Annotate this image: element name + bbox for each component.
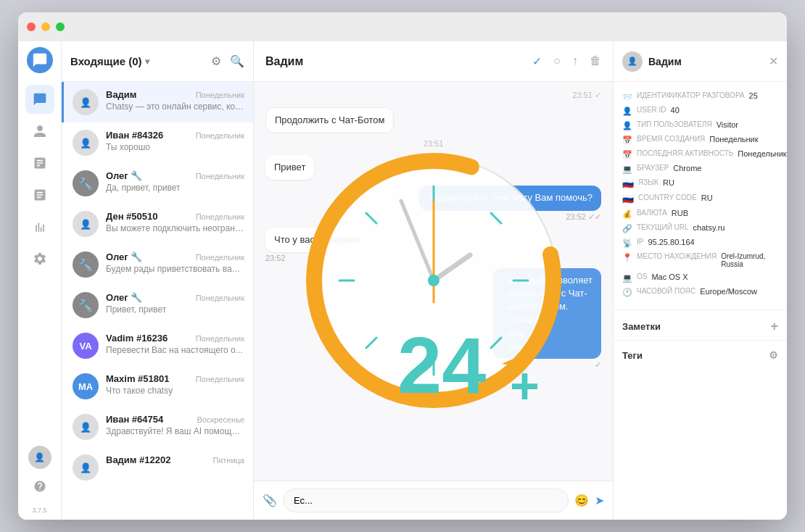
browser-label: БРАУЗЕР: [637, 164, 669, 172]
conversation-item[interactable]: 🔧 Олег 🔧 Понедельник Привет, привет: [62, 285, 253, 325]
user-id-label: USER ID: [637, 106, 666, 114]
conv-item-name: Vadim #16236: [106, 333, 168, 344]
msg-outgoing-wrapper-1: Здравствуйте, чем могу Вам помочь? 23:52…: [265, 186, 601, 221]
info-row-currency: 💰 ВАЛЮТА RUB: [622, 207, 778, 221]
info-row-os: 💻 OS Mac OS X: [622, 270, 778, 285]
info-row-location: 📍 МЕСТО НАХОЖДЕНИЯ Orel-Izumrud, Russia: [622, 250, 778, 270]
circle-icon[interactable]: ○: [553, 54, 561, 68]
conversation-item[interactable]: 🔧 Олег 🔧 Понедельник Да, привет, привет: [62, 163, 253, 204]
conversation-item[interactable]: 🔧 Олег 🔧 Понедельник Будем рады приветст…: [62, 244, 253, 285]
msg-time-outgoing-2: ✓: [595, 360, 601, 370]
nav-contacts[interactable]: [25, 117, 54, 146]
nav-analytics[interactable]: [25, 212, 54, 241]
add-note-button[interactable]: +: [770, 319, 778, 334]
chat-actions: ✓ ○ ↑ 🗑: [532, 54, 601, 68]
msg-incoming-wrapper-2: Что у вас за сервис 23:52: [265, 228, 601, 262]
conv-item-msg: Перевести Вас на настоящего о...: [106, 345, 244, 355]
conv-list-header: Входящие (0) ▾ ⚙ 🔍: [62, 41, 253, 82]
user-id-icon: 👤: [622, 107, 632, 116]
close-button[interactable]: [27, 22, 36, 31]
info-row-last-activity: 📅 ПОСЛЕДНЯЯ АКТИВНОСТЬ Понедельник: [622, 147, 778, 162]
lang-value: RU: [663, 178, 674, 187]
nav-settings[interactable]: [25, 244, 54, 273]
main-content: 👤 3.7.5 Входящие (0) ▾ ⚙ 🔍 👤 Ва: [18, 41, 787, 520]
info-row-created: 📅 ВРЕМЯ СОЗДАНИЯ Понедельник: [622, 133, 778, 147]
info-row-browser: 💻 БРАУЗЕР Chrome: [622, 162, 778, 176]
conversation-item[interactable]: 👤 Ден #50510 Понедельник Вы можете подкл…: [62, 204, 253, 244]
nav-help[interactable]: [25, 472, 54, 501]
search-icon[interactable]: 🔍: [230, 54, 244, 68]
conv-item-name: Олег 🔧: [106, 252, 142, 262]
chat-messages: 23:51 ✓ Продолжить с Чат-Ботом 23:51 При…: [254, 82, 613, 481]
tags-settings-icon[interactable]: ⚙: [769, 349, 778, 361]
msg-time-incoming-2: 23:52: [265, 254, 286, 262]
conv-item-time: Понедельник: [196, 375, 244, 383]
conversation-item[interactable]: 👤 Вадим #12202 Пятница: [62, 447, 253, 488]
right-user-name: Вадим: [648, 56, 682, 67]
info-row-country: 🇷🇺 COUNTRY CODE RU: [622, 191, 778, 207]
divider-1: [614, 309, 787, 310]
info-row-url: 🔗 ТЕКУЩИЙ URL chatsy.ru: [622, 221, 778, 236]
conversation-item[interactable]: VA Vadim #16236 Понедельник Перевести Ва…: [62, 325, 253, 366]
filter-icon[interactable]: ⚙: [211, 54, 221, 68]
chat-input-area: 📎 😊 ➤: [254, 481, 613, 520]
right-panel: 👤 Вадим ✕ 📨 ИДЕНТИФИКАТОР РАЗГОВОРА 25 👤…: [613, 41, 787, 520]
maximize-button[interactable]: [56, 22, 65, 31]
conversation-item[interactable]: 👤 Вадим Понедельник Chatsy — это онлайн …: [62, 82, 253, 122]
os-value: Mac OS X: [651, 273, 688, 281]
conv-item-name: Иван #84326: [106, 130, 163, 141]
user-avatar[interactable]: 👤: [28, 446, 51, 469]
resolve-icon[interactable]: ✓: [532, 54, 542, 68]
app-window: 👤 3.7.5 Входящие (0) ▾ ⚙ 🔍 👤 Ва: [18, 12, 787, 520]
upload-icon[interactable]: ↑: [572, 54, 578, 68]
delete-icon[interactable]: 🗑: [590, 54, 601, 68]
conv-item-time: Понедельник: [196, 91, 244, 99]
conv-item-msg: Ты хорошо: [106, 142, 244, 152]
titlebar: [18, 12, 787, 41]
url-icon: 🔗: [622, 224, 632, 233]
currency-icon: 💰: [622, 209, 632, 219]
created-label: ВРЕМЯ СОЗДАНИЯ: [637, 135, 705, 143]
msg-time-1: 23:51 ✓: [265, 91, 601, 100]
nav-tickets[interactable]: [25, 149, 54, 178]
currency-label: ВАЛЮТА: [637, 209, 667, 217]
tags-section: Теги ⚙: [614, 344, 787, 364]
conversation-list: Входящие (0) ▾ ⚙ 🔍 👤 Вадим Понедельник C…: [62, 41, 254, 520]
url-value: chatsy.ru: [693, 223, 725, 232]
user-type-label: ТИП ПОЛЬЗОВАТЕЛЯ: [637, 120, 712, 128]
info-row-timezone: 🕐 ЧАСОВОЙ ПОЯС Europe/Moscow: [622, 285, 778, 299]
conv-id-icon: 📨: [622, 92, 632, 101]
notes-section: Заметки +: [614, 313, 787, 337]
conv-item-time: Пятница: [212, 456, 244, 465]
conversation-item[interactable]: MA Maxim #51801 Понедельник Что такое ch…: [62, 366, 253, 407]
conv-item-name: Вадим #12202: [106, 454, 170, 465]
lang-flag: 🇷🇺: [622, 178, 634, 189]
msg-bot-1: Продолжить с Чат-Ботом: [265, 107, 394, 133]
os-icon: 💻: [622, 273, 632, 283]
chat-contact-name: Вадим: [265, 55, 303, 68]
user-type-value: Visitor: [717, 120, 738, 129]
ip-icon: 📡: [622, 238, 632, 248]
nav-reports[interactable]: [25, 180, 54, 209]
chat-input[interactable]: [283, 489, 569, 512]
close-panel-button[interactable]: ✕: [769, 54, 778, 68]
conv-item-name: Иван #64754: [106, 414, 163, 425]
emoji-icon[interactable]: 😊: [574, 494, 589, 507]
conversation-item[interactable]: 👤 Иван #84326 Понедельник Ты хорошо: [62, 122, 253, 163]
nav-conversations[interactable]: [25, 85, 54, 114]
dropdown-icon[interactable]: ▾: [145, 57, 149, 67]
os-label: OS: [637, 273, 647, 280]
country-flag: 🇷🇺: [622, 194, 634, 204]
ip-value: 95.25.80.164: [648, 238, 694, 246]
app-version: 3.7.5: [32, 507, 46, 514]
browser-icon: 💻: [622, 165, 632, 174]
info-row-conv-id: 📨 ИДЕНТИФИКАТОР РАЗГОВОРА 25: [622, 89, 778, 104]
minimize-button[interactable]: [41, 22, 50, 31]
timezone-label: ЧАСОВОЙ ПОЯС: [637, 287, 695, 295]
conversation-item[interactable]: 👤 Иван #64754 Воскресенье Здравствуйте! …: [62, 407, 253, 447]
chat-area: Вадим ✓ ○ ↑ 🗑 23:51 ✓ Продолжить с Чат-Б…: [254, 41, 613, 520]
info-row-lang: 🇷🇺 ЯЗЫК RU: [622, 176, 778, 191]
conv-item-msg: Да, привет, привет: [106, 183, 244, 193]
send-icon[interactable]: ➤: [595, 494, 604, 507]
attachment-icon[interactable]: 📎: [263, 494, 277, 507]
